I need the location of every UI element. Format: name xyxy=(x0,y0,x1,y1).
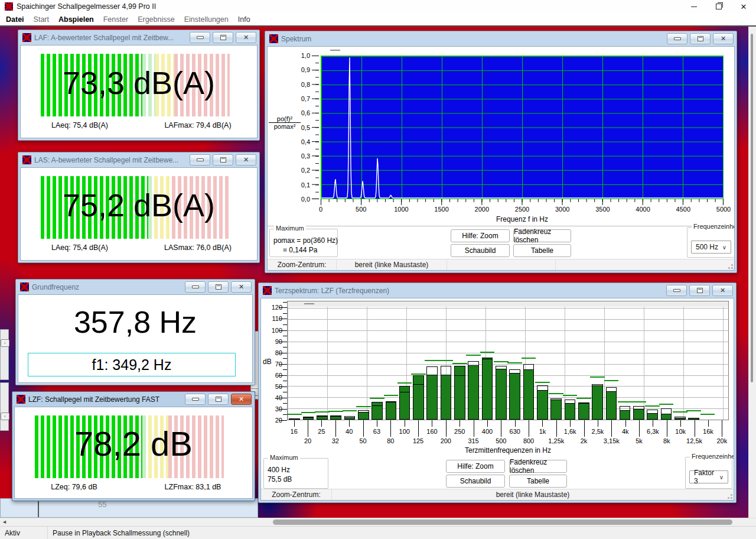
menu-fenster[interactable]: Fenster xyxy=(99,15,133,24)
terz-y-major-tick xyxy=(279,353,287,353)
las-restore-button[interactable] xyxy=(213,154,233,165)
terz-x-tick xyxy=(611,420,612,437)
spektrum-tabelle-button[interactable]: Tabelle xyxy=(513,244,571,257)
lzf-titlebar[interactable]: LZF: Schallpegel mit Zeitbewertung FAST … xyxy=(14,392,253,407)
minimize-icon xyxy=(673,289,680,292)
spektrum-close-button[interactable]: ✕ xyxy=(713,33,734,44)
terz-x-tick xyxy=(418,420,419,437)
terz-y-minor-tick xyxy=(283,392,287,392)
scroll-left-icon[interactable]: ◄ xyxy=(2,519,7,525)
las-minimize-button[interactable] xyxy=(190,154,210,165)
terz-max-dash xyxy=(287,414,302,415)
lzf-close-button[interactable]: ✕ xyxy=(231,394,252,405)
grundfrequenz-f1-box: f1: 349,2 Hz xyxy=(28,353,236,376)
spektrum-y-tick-label: 0,0 xyxy=(301,196,310,203)
terzspektrum-close-button[interactable]: ✕ xyxy=(712,285,733,296)
terzspektrum-restore-button[interactable] xyxy=(689,285,710,296)
menu-start[interactable]: Start xyxy=(29,15,54,24)
terzspektrum-minimize-button[interactable] xyxy=(666,285,687,296)
laf-minimize-button[interactable] xyxy=(190,32,210,43)
minimize-icon xyxy=(197,36,204,39)
las-titlebar[interactable]: LAS: A-bewerteter Schallpegel mit Zeitbe… xyxy=(20,152,258,167)
restore-fragment-button[interactable]: ▫ xyxy=(1,413,9,420)
spektrum-plot-area[interactable] xyxy=(321,56,724,199)
restore-button[interactable] xyxy=(706,0,731,13)
terz-hilfe-zoom-button[interactable]: Hilfe: Zoom xyxy=(446,460,505,473)
terz-bar-kontur xyxy=(633,406,644,420)
spektrum-x-tick-label: 4000 xyxy=(636,206,650,213)
spektrum-restore-button[interactable] xyxy=(690,33,711,44)
terz-bar-kontur xyxy=(303,417,314,420)
terz-frequenzeinheit-select[interactable]: Faktor 3 ∨ xyxy=(689,470,728,483)
lzf-restore-button[interactable] xyxy=(208,394,229,405)
menu-datei[interactable]: Datei xyxy=(1,15,29,24)
grundfrequenz-restore-button[interactable] xyxy=(208,281,229,293)
status-message-cell: bereit (linke Maustaste) xyxy=(331,489,734,500)
restore-icon xyxy=(220,35,226,40)
application-window: Spaichinger Schallpegelmesser 4,99 Pro I… xyxy=(0,0,756,539)
terz-x-tick xyxy=(667,420,667,437)
terz-frequenzeinheit-groupbox: Frequenzeinheit Faktor 3 ∨ xyxy=(685,457,732,489)
terz-max-dash xyxy=(384,395,399,396)
spektrum-curve xyxy=(321,56,723,199)
vertical-scroll-thumb[interactable] xyxy=(751,34,753,382)
restore-fragment-button[interactable]: ▫ xyxy=(1,339,9,347)
menu-abspielen[interactable]: Abspielen xyxy=(54,15,99,24)
terz-x-tick-label: 4k xyxy=(622,428,629,435)
terz-x-tick-label: 630 xyxy=(510,428,520,435)
spektrum-schaubild-button[interactable]: Schaubild xyxy=(451,244,510,257)
terz-bar-kontur xyxy=(358,410,369,420)
spektrum-fadenkreuz-button[interactable]: Fadenkreuz löschen xyxy=(513,229,571,242)
resize-grip[interactable] xyxy=(731,497,732,499)
groupbox-legend: Maximum xyxy=(268,454,300,461)
terz-x-tick xyxy=(446,420,447,437)
spektrum-window: Spektrum ✕ po(f)² pomax² 1,00,90,80,70,6… xyxy=(265,31,737,273)
terz-max-dash xyxy=(631,401,646,402)
terz-x-tick-label: 400 xyxy=(482,428,493,435)
grundfrequenz-titlebar[interactable]: Grundfrequenz ✕ xyxy=(18,280,253,294)
terz-bar-kontur xyxy=(550,398,562,420)
spektrum-y-tick-label: 0,3 xyxy=(301,152,310,160)
resize-grip[interactable] xyxy=(731,267,733,269)
spektrum-minimize-button[interactable] xyxy=(667,33,687,44)
main-titlebar[interactable]: Spaichinger Schallpegelmesser 4,99 Pro I… xyxy=(0,0,756,13)
horizontal-scrollbar[interactable]: ◄ xyxy=(0,518,756,527)
horizontal-scroll-thumb[interactable] xyxy=(273,519,732,525)
menu-ergebnisse[interactable]: Ergebnisse xyxy=(133,15,180,24)
spektrum-x-tick-label: 1500 xyxy=(434,206,448,213)
terz-x-tick xyxy=(680,420,681,427)
menu-info[interactable]: Info xyxy=(233,15,255,24)
terz-tabelle-button[interactable]: Tabelle xyxy=(509,475,567,488)
menu-einstellungen[interactable]: Einstellungen xyxy=(180,15,233,24)
terz-y-minor-tick xyxy=(283,336,287,336)
terz-x-tick-label: 125 xyxy=(413,437,423,444)
grundfrequenz-close-button[interactable]: ✕ xyxy=(231,281,252,293)
terz-x-tick xyxy=(598,420,598,427)
grundfrequenz-minimize-button[interactable] xyxy=(185,281,206,293)
terz-y-ticks xyxy=(279,301,287,420)
close-button[interactable]: ✕ xyxy=(731,0,756,13)
terz-gridline xyxy=(288,397,728,398)
spektrum-hilfe-zoom-button[interactable]: Hilfe: Zoom xyxy=(451,229,510,242)
terz-gridline xyxy=(288,308,728,309)
terz-fadenkreuz-button[interactable]: Fadenkreuz löschen xyxy=(509,460,567,473)
spektrum-titlebar[interactable]: Spektrum ✕ xyxy=(267,31,735,46)
terz-x-axis-title: Terzmittenfrequenzen in Hz xyxy=(287,446,729,454)
laf-titlebar[interactable]: LAF: A-bewerteter Schallpegel mit Zeitbe… xyxy=(20,30,258,45)
terz-max-dash xyxy=(370,398,384,399)
laf-close-button[interactable]: ✕ xyxy=(236,32,256,43)
las-close-button[interactable]: ✕ xyxy=(236,154,256,165)
laf-restore-button[interactable] xyxy=(213,32,233,43)
close-icon: ✕ xyxy=(741,3,747,11)
terz-y-major-tick xyxy=(279,342,287,342)
terz-schaubild-button[interactable]: Schaubild xyxy=(446,475,505,488)
lzf-minimize-button[interactable] xyxy=(185,394,206,405)
hidden-window-fragment: ▫ xyxy=(0,329,9,380)
restore-icon xyxy=(216,397,221,402)
spektrum-frequenzeinheit-select[interactable]: 500 Hz ∨ xyxy=(691,241,731,254)
plot-top-strip xyxy=(288,301,728,307)
terz-plot-area[interactable] xyxy=(287,301,729,420)
terzspektrum-titlebar[interactable]: Terzspektrum: LZF (Terzfrequenzen) ✕ xyxy=(260,283,734,298)
vertical-scrollbar[interactable] xyxy=(748,27,756,518)
minimize-button[interactable] xyxy=(682,0,706,13)
